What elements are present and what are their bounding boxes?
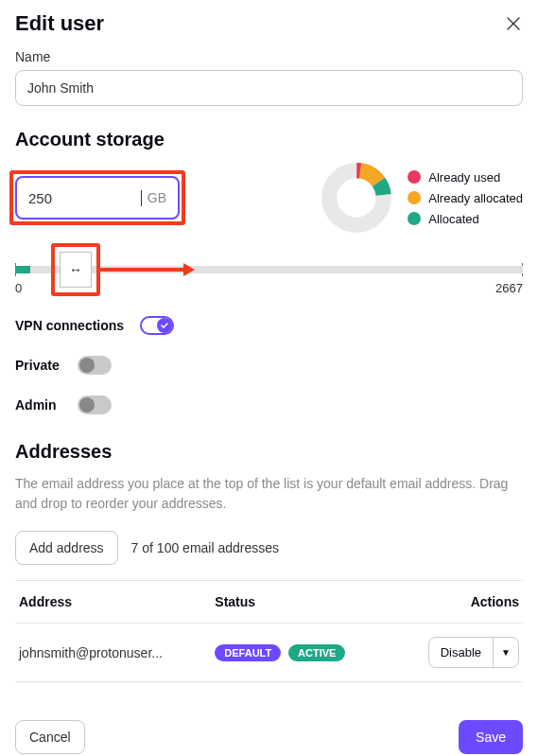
svg-point-3 bbox=[329, 170, 384, 225]
chevron-down-icon[interactable]: ▼ bbox=[494, 640, 518, 665]
name-input[interactable] bbox=[15, 70, 523, 106]
dialog-title: Edit user bbox=[15, 11, 104, 36]
vpn-toggle[interactable] bbox=[140, 316, 174, 335]
private-toggle[interactable] bbox=[78, 356, 112, 375]
address-status: DEFAULT ACTIVE bbox=[211, 624, 395, 682]
storage-title: Account storage bbox=[15, 129, 523, 150]
save-button[interactable]: Save bbox=[459, 720, 523, 754]
disable-button[interactable]: Disable ▼ bbox=[428, 637, 519, 668]
storage-slider[interactable]: ↔ bbox=[15, 266, 523, 273]
table-row[interactable]: johnsmith@protonuser... DEFAULT ACTIVE D… bbox=[15, 624, 523, 682]
legend-dot-used bbox=[408, 170, 421, 184]
addresses-description: The email address you place at the top o… bbox=[15, 474, 523, 514]
storage-value[interactable]: 250 bbox=[28, 190, 142, 206]
disable-label: Disable bbox=[429, 638, 494, 667]
cancel-button[interactable]: Cancel bbox=[15, 720, 85, 754]
admin-toggle-knob bbox=[79, 397, 95, 413]
legend-label-allocated-other: Already allocated bbox=[428, 191, 523, 205]
legend-label-used: Already used bbox=[428, 170, 500, 185]
slider-handle[interactable]: ↔ bbox=[60, 252, 92, 288]
col-status: Status bbox=[211, 581, 395, 624]
storage-input[interactable]: 250 GB bbox=[15, 176, 180, 220]
addresses-table: Address Status Actions johnsmith@protonu… bbox=[15, 580, 523, 682]
vpn-toggle-knob bbox=[157, 318, 172, 333]
private-label: Private bbox=[15, 358, 64, 373]
storage-donut-chart bbox=[321, 162, 392, 234]
addresses-title: Addresses bbox=[15, 441, 523, 463]
private-toggle-knob bbox=[79, 358, 95, 373]
badge-default: DEFAULT bbox=[215, 644, 281, 661]
storage-legend: Already used Already allocated Allocated bbox=[408, 170, 523, 226]
legend-allocated-other: Already allocated bbox=[408, 191, 523, 205]
tutorial-arrow-icon bbox=[100, 263, 195, 276]
add-address-button[interactable]: Add address bbox=[15, 531, 118, 565]
badge-active: ACTIVE bbox=[288, 644, 345, 661]
slider-fill bbox=[15, 266, 30, 273]
storage-unit: GB bbox=[148, 190, 166, 205]
slider-min-label: 0 bbox=[15, 281, 22, 295]
legend-label-allocated: Allocated bbox=[428, 212, 478, 226]
vpn-label: VPN connections bbox=[15, 318, 127, 333]
address-count: 7 of 100 email addresses bbox=[131, 540, 279, 555]
legend-dot-allocated bbox=[408, 212, 421, 225]
address-email: johnsmith@protonuser... bbox=[15, 624, 211, 682]
name-label: Name bbox=[15, 49, 523, 64]
admin-toggle[interactable] bbox=[78, 396, 112, 414]
close-icon bbox=[506, 16, 521, 31]
legend-used: Already used bbox=[408, 170, 523, 185]
legend-dot-allocated-other bbox=[408, 191, 421, 204]
check-icon bbox=[160, 321, 169, 330]
col-address: Address bbox=[15, 581, 211, 624]
admin-label: Admin bbox=[15, 397, 64, 413]
slider-max-label: 2667 bbox=[495, 281, 523, 295]
resize-icon: ↔ bbox=[69, 262, 82, 277]
legend-allocated: Allocated bbox=[408, 212, 523, 226]
col-actions: Actions bbox=[395, 581, 523, 624]
svg-marker-5 bbox=[183, 263, 195, 276]
close-button[interactable] bbox=[504, 14, 523, 33]
